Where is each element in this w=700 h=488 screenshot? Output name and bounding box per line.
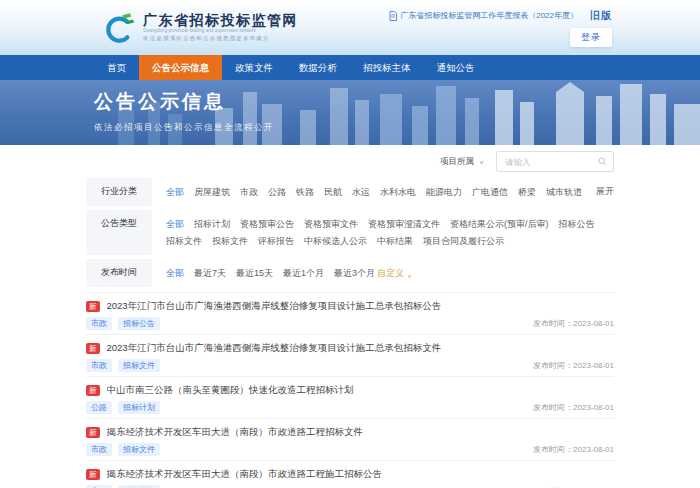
list-item[interactable]: 新 揭东经济技术开发区车田大道（南段）市政道路工程施工招标公告 市政招标公告 发… [86,461,614,488]
nav-item[interactable]: 公告公示信息 [139,55,222,80]
filter-label: 行业分类 [86,178,152,206]
publish-date-value: 2023-08-01 [573,319,614,328]
nav-item-label: 数据分析 [299,62,337,73]
list-item[interactable]: 新 中山市南三公路（南头至黄圃段）快速化改造工程招标计划 公路招标计划 发布时间… [86,377,614,419]
expand-link[interactable]: 展开 [586,178,614,206]
filter-option[interactable]: 民航 [324,185,342,199]
filter-option[interactable]: 能源电力 [426,185,462,199]
filter-option[interactable]: 房屋建筑 [194,185,230,199]
filter-row: 发布时间 全部最近7天最近15天最近1个月最近3个月 自定义 ∨ [86,259,614,287]
filter-option[interactable]: 资格结果公示(预审/后审) [450,217,549,231]
new-badge: 新 [86,469,100,481]
filter-label: 公告类型 [86,210,152,255]
filter-option[interactable]: 投标文件 [212,234,248,248]
filter-option[interactable]: 招标公告 [559,217,595,231]
custom-date-link[interactable]: 自定义 ∨ [375,259,412,287]
page-title: 公告公示信息 [94,89,700,115]
filter-option[interactable]: 资格预审公告 [240,217,294,231]
nav-item[interactable]: 首页 [94,55,139,80]
annual-report-link[interactable]: 广东省招标投标监管网工作年度报表（2022年度） [389,10,578,21]
filter-option[interactable]: 铁路 [296,185,314,199]
list-item[interactable]: 新 2023年江门市台山市广海渔港西侧海岸线整治修复项目设计施工总承包招标公告 … [86,293,614,335]
publish-date-value: 2023-08-01 [573,445,614,454]
filter-row: 行业分类 全部房屋建筑市政公路铁路民航水运水利水电能源电力广电通信桥梁城市轨道 … [86,178,614,206]
filter-option[interactable]: 最近3个月 [334,266,375,280]
publish-date-label: 发布时间： [533,319,573,328]
old-version-link[interactable]: 旧版 [590,9,612,23]
document-icon [389,11,397,21]
nav-item-label: 公告公示信息 [152,62,209,73]
tag-list: 公路招标计划 [86,401,160,414]
filter-option[interactable]: 公路 [268,185,286,199]
category-tag[interactable]: 招标计划 [118,401,160,414]
custom-date-label: 自定义 [377,266,404,280]
filter-option[interactable]: 水运 [352,185,370,199]
filter-option[interactable]: 广电通信 [472,185,508,199]
page-subtitle: 依法必招项目公告和公示信息全流程公开 [94,122,700,134]
filter-row: 公告类型 全部招标计划资格预审公告资格预审文件资格预审澄清文件资格结果公示(预审… [86,210,614,255]
nav-item-label: 政策文件 [235,62,273,73]
filter-options: 全部招标计划资格预审公告资格预审文件资格预审澄清文件资格结果公示(预审/后审)招… [152,210,614,255]
announcement-title[interactable]: 揭东经济技术开发区车田大道（南段）市政道路工程施工招标公告 [107,468,383,481]
publish-date: 发布时间：2023-08-01 [533,318,614,329]
publish-date-label: 发布时间： [533,445,573,454]
list-item[interactable]: 新 2023年江门市台山市广海渔港西侧海岸线整治修复项目设计施工总承包招标文件 … [86,335,614,377]
filter-option[interactable]: 全部 [166,217,184,231]
category-tag[interactable]: 市政 [86,443,112,456]
publish-date-label: 发布时间： [533,361,573,370]
site-logo-icon [100,11,136,45]
announcement-title[interactable]: 中山市南三公路（南头至黄圃段）快速化改造工程招标计划 [107,384,354,397]
page-header: 广东省招标投标监管网 Guangdong provincial bidding … [0,0,700,55]
category-tag[interactable]: 招标文件 [118,359,160,372]
nav-item-label: 通知公告 [437,62,475,73]
nav-item[interactable]: 招投标主体 [350,55,424,80]
main-nav: 首页 公告公示信息 政策文件 数据分析 招投标主体 通知公告 [0,55,700,80]
filter-option[interactable]: 城市轨道 [546,185,582,199]
filter-option[interactable]: 招标文件 [166,234,202,248]
tag-list: 市政招标公告 [86,317,160,330]
main-content: 项目所属 ∨ 行业分类 全部房屋建筑市政公路铁路民航水运水利水电能源电力广电通信… [0,145,700,488]
filter-option[interactable]: 最近7天 [194,266,226,280]
filter-option[interactable]: 最近15天 [236,266,273,280]
project-owner-select-label: 项目所属 [440,156,474,168]
filter-option[interactable]: 全部 [166,185,184,199]
site-logo[interactable]: 广东省招标投标监管网 Guangdong provincial bidding … [100,11,337,45]
project-owner-select[interactable]: 项目所属 ∨ [440,156,484,168]
category-tag[interactable]: 招标文件 [118,443,160,456]
nav-item[interactable]: 数据分析 [286,55,350,80]
filter-option[interactable]: 全部 [166,266,184,280]
category-tag[interactable]: 市政 [86,317,112,330]
nav-item[interactable]: 通知公告 [424,55,488,80]
announcement-title[interactable]: 2023年江门市台山市广海渔港西侧海岸线整治修复项目设计施工总承包招标文件 [107,342,442,355]
site-subtitle-cn: 依法必招项目公告和公示信息指定发布媒介 [143,35,275,40]
announcement-title[interactable]: 2023年江门市台山市广海渔港西侧海岸线整治修复项目设计施工总承包招标公告 [107,300,442,313]
filter-option[interactable]: 招标计划 [194,217,230,231]
filter-option[interactable]: 项目合同及履行公示 [423,234,504,248]
search-icon[interactable] [598,157,607,166]
filter-option[interactable]: 市政 [240,185,258,199]
filter-option[interactable]: 资格预审澄清文件 [368,217,440,231]
publish-date-value: 2023-08-01 [573,403,614,412]
filter-option[interactable]: 中标候选人公示 [304,234,367,248]
search-input[interactable] [503,156,598,168]
filter-options: 全部最近7天最近15天最近1个月最近3个月 [152,259,375,287]
filter-option[interactable]: 最近1个月 [283,266,324,280]
filter-option[interactable]: 中标结果 [377,234,413,248]
filter-label: 发布时间 [86,259,152,287]
filter-option[interactable]: 评标报告 [258,234,294,248]
publish-date: 发布时间：2023-08-01 [533,444,614,455]
filter-option[interactable]: 资格预审文件 [304,217,358,231]
category-tag[interactable]: 公路 [86,401,112,414]
new-badge: 新 [86,427,100,439]
category-tag[interactable]: 招标公告 [118,317,160,330]
filter-option[interactable]: 水利水电 [380,185,416,199]
announcement-title[interactable]: 揭东经济技术开发区车田大道（南段）市政道路工程招标文件 [107,426,364,439]
login-button[interactable]: 登录 [570,28,612,47]
publish-date: 发布时间：2023-08-01 [533,360,614,371]
nav-item[interactable]: 政策文件 [222,55,286,80]
banner: 公告公示信息 依法必招项目公告和公示信息全流程公开 [0,80,700,145]
list-item[interactable]: 新 揭东经济技术开发区车田大道（南段）市政道路工程招标文件 市政招标文件 发布时… [86,419,614,461]
category-tag[interactable]: 市政 [86,359,112,372]
filter-options: 全部房屋建筑市政公路铁路民航水运水利水电能源电力广电通信桥梁城市轨道 [152,178,582,206]
filter-option[interactable]: 桥梁 [518,185,536,199]
